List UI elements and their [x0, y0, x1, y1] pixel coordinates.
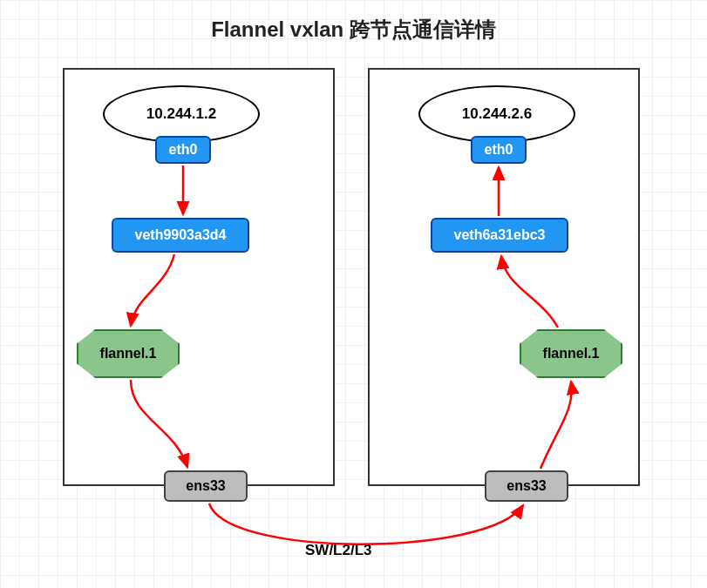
- pod-left: 10.244.1.2: [103, 85, 260, 143]
- arrow-ens-to-ens: [209, 504, 523, 544]
- flannel-right: flannel.1: [520, 329, 622, 378]
- flannel-right-label: flannel.1: [543, 346, 600, 362]
- pod-right: 10.244.2.6: [418, 85, 575, 143]
- ens-right-label: ens33: [506, 478, 546, 494]
- eth-right: eth0: [471, 136, 527, 164]
- sw-l2-l3-label: SW/L2/L3: [305, 542, 372, 559]
- eth-left: eth0: [155, 136, 211, 164]
- flannel-left-label: flannel.1: [100, 346, 157, 362]
- diagram-title: Flannel vxlan 跨节点通信详情: [0, 16, 707, 44]
- pod-left-ip: 10.244.1.2: [146, 105, 216, 123]
- pod-right-ip: 10.244.2.6: [462, 105, 532, 123]
- eth-left-label: eth0: [169, 142, 198, 158]
- ens-left-label: ens33: [186, 478, 225, 494]
- flannel-left: flannel.1: [77, 329, 180, 378]
- veth-left-label: veth9903a3d4: [135, 227, 227, 243]
- veth-left: veth9903a3d4: [112, 218, 249, 253]
- eth-right-label: eth0: [485, 142, 513, 158]
- veth-right-label: veth6a31ebc3: [454, 227, 546, 243]
- ens-right: ens33: [485, 470, 568, 502]
- veth-right: veth6a31ebc3: [431, 218, 568, 253]
- ens-left: ens33: [164, 470, 248, 502]
